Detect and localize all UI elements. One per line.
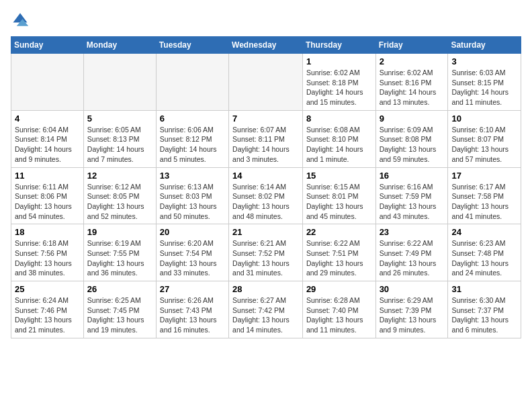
day-info: Sunrise: 6:23 AMSunset: 7:48 PMDaylight:… [451,238,517,278]
day-info: Sunrise: 6:10 AMSunset: 8:07 PMDaylight:… [451,125,517,165]
day-info: Sunrise: 6:30 AMSunset: 7:37 PMDaylight:… [451,295,517,335]
day-info: Sunrise: 6:22 AMSunset: 7:51 PMDaylight:… [306,238,372,278]
day-number: 21 [232,227,299,237]
day-number: 22 [306,227,372,237]
calendar-cell: 17Sunrise: 6:17 AMSunset: 7:58 PMDayligh… [448,167,521,224]
calendar-cell: 3Sunrise: 6:03 AMSunset: 8:15 PMDaylight… [448,54,521,111]
day-info: Sunrise: 6:19 AMSunset: 7:55 PMDaylight:… [87,238,152,278]
calendar-week-3: 11Sunrise: 6:11 AMSunset: 8:06 PMDayligh… [11,167,521,224]
day-info: Sunrise: 6:27 AMSunset: 7:42 PMDaylight:… [232,295,299,335]
day-info: Sunrise: 6:02 AMSunset: 8:18 PMDaylight:… [306,68,372,107]
day-number: 28 [232,284,299,294]
calendar-cell: 24Sunrise: 6:23 AMSunset: 7:48 PMDayligh… [448,224,521,281]
day-number: 26 [87,284,152,294]
calendar-cell: 9Sunrise: 6:09 AMSunset: 8:08 PMDaylight… [375,110,448,167]
calendar-cell: 30Sunrise: 6:29 AMSunset: 7:39 PMDayligh… [375,281,448,338]
day-info: Sunrise: 6:09 AMSunset: 8:08 PMDaylight:… [380,125,445,165]
weekday-header-wednesday: Wednesday [229,37,303,54]
day-info: Sunrise: 6:12 AMSunset: 8:05 PMDaylight:… [87,182,152,222]
calendar-cell: 6Sunrise: 6:06 AMSunset: 8:12 PMDaylight… [156,110,228,167]
day-info: Sunrise: 6:04 AMSunset: 8:14 PMDaylight:… [15,125,80,165]
day-info: Sunrise: 6:05 AMSunset: 8:13 PMDaylight:… [87,125,152,165]
calendar-cell: 28Sunrise: 6:27 AMSunset: 7:42 PMDayligh… [229,281,303,338]
calendar-week-2: 4Sunrise: 6:04 AMSunset: 8:14 PMDaylight… [11,110,521,167]
day-number: 19 [87,227,152,237]
weekday-header-sunday: Sunday [11,37,84,54]
day-number: 6 [160,113,225,124]
calendar-cell: 20Sunrise: 6:20 AMSunset: 7:54 PMDayligh… [156,224,228,281]
calendar-cell: 23Sunrise: 6:22 AMSunset: 7:49 PMDayligh… [375,224,448,281]
day-number: 12 [87,171,152,181]
day-number: 9 [380,113,445,124]
calendar-week-1: 1Sunrise: 6:02 AMSunset: 8:18 PMDaylight… [11,54,521,111]
day-info: Sunrise: 6:21 AMSunset: 7:52 PMDaylight:… [232,238,299,278]
day-info: Sunrise: 6:03 AMSunset: 8:15 PMDaylight:… [451,68,517,107]
day-info: Sunrise: 6:22 AMSunset: 7:49 PMDaylight:… [380,238,445,278]
day-info: Sunrise: 6:26 AMSunset: 7:43 PMDaylight:… [160,295,225,335]
calendar-cell: 29Sunrise: 6:28 AMSunset: 7:40 PMDayligh… [302,281,375,338]
calendar-cell [83,54,156,111]
day-info: Sunrise: 6:24 AMSunset: 7:46 PMDaylight:… [15,295,80,335]
day-info: Sunrise: 6:14 AMSunset: 8:02 PMDaylight:… [232,182,299,222]
day-number: 8 [306,113,372,124]
day-info: Sunrise: 6:08 AMSunset: 8:10 PMDaylight:… [306,125,372,165]
calendar-cell [156,54,228,111]
weekday-header-tuesday: Tuesday [156,37,228,54]
page-header [11,11,521,30]
day-info: Sunrise: 6:06 AMSunset: 8:12 PMDaylight:… [160,125,225,165]
day-number: 7 [232,113,299,124]
calendar-cell: 11Sunrise: 6:11 AMSunset: 8:06 PMDayligh… [11,167,84,224]
weekday-header-thursday: Thursday [302,37,375,54]
day-number: 29 [306,284,372,294]
calendar-cell: 21Sunrise: 6:21 AMSunset: 7:52 PMDayligh… [229,224,303,281]
day-info: Sunrise: 6:17 AMSunset: 7:58 PMDaylight:… [451,182,517,222]
calendar-cell: 26Sunrise: 6:25 AMSunset: 7:45 PMDayligh… [83,281,156,338]
day-number: 24 [451,227,517,237]
calendar-cell: 4Sunrise: 6:04 AMSunset: 8:14 PMDaylight… [11,110,84,167]
logo-icon [11,11,30,30]
weekday-header-friday: Friday [375,37,448,54]
day-info: Sunrise: 6:15 AMSunset: 8:01 PMDaylight:… [306,182,372,222]
calendar-cell [229,54,303,111]
calendar-cell: 5Sunrise: 6:05 AMSunset: 8:13 PMDaylight… [83,110,156,167]
day-number: 2 [380,56,445,66]
day-number: 11 [15,171,80,181]
day-number: 10 [451,113,517,124]
calendar-cell: 27Sunrise: 6:26 AMSunset: 7:43 PMDayligh… [156,281,228,338]
day-info: Sunrise: 6:02 AMSunset: 8:16 PMDaylight:… [380,68,445,107]
day-number: 4 [15,113,80,124]
day-number: 1 [306,56,372,66]
day-info: Sunrise: 6:11 AMSunset: 8:06 PMDaylight:… [15,182,80,222]
calendar-cell: 1Sunrise: 6:02 AMSunset: 8:18 PMDaylight… [302,54,375,111]
calendar-week-4: 18Sunrise: 6:18 AMSunset: 7:56 PMDayligh… [11,224,521,281]
day-info: Sunrise: 6:29 AMSunset: 7:39 PMDaylight:… [380,295,445,335]
day-number: 20 [160,227,225,237]
calendar-cell: 12Sunrise: 6:12 AMSunset: 8:05 PMDayligh… [83,167,156,224]
day-number: 23 [380,227,445,237]
calendar-cell: 18Sunrise: 6:18 AMSunset: 7:56 PMDayligh… [11,224,84,281]
calendar-cell: 13Sunrise: 6:13 AMSunset: 8:03 PMDayligh… [156,167,228,224]
day-info: Sunrise: 6:07 AMSunset: 8:11 PMDaylight:… [232,125,299,165]
day-number: 5 [87,113,152,124]
calendar-cell: 8Sunrise: 6:08 AMSunset: 8:10 PMDaylight… [302,110,375,167]
day-number: 17 [451,171,517,181]
calendar-cell: 10Sunrise: 6:10 AMSunset: 8:07 PMDayligh… [448,110,521,167]
day-number: 30 [380,284,445,294]
day-info: Sunrise: 6:16 AMSunset: 7:59 PMDaylight:… [380,182,445,222]
weekday-header-monday: Monday [83,37,156,54]
day-info: Sunrise: 6:20 AMSunset: 7:54 PMDaylight:… [160,238,225,278]
calendar-cell: 15Sunrise: 6:15 AMSunset: 8:01 PMDayligh… [302,167,375,224]
day-info: Sunrise: 6:25 AMSunset: 7:45 PMDaylight:… [87,295,152,335]
calendar-cell: 16Sunrise: 6:16 AMSunset: 7:59 PMDayligh… [375,167,448,224]
day-info: Sunrise: 6:28 AMSunset: 7:40 PMDaylight:… [306,295,372,335]
svg-marker-0 [13,13,28,23]
calendar-cell: 31Sunrise: 6:30 AMSunset: 7:37 PMDayligh… [448,281,521,338]
calendar-table: SundayMondayTuesdayWednesdayThursdayFrid… [11,36,521,338]
day-number: 14 [232,171,299,181]
weekday-header-saturday: Saturday [448,37,521,54]
day-number: 3 [451,56,517,66]
day-info: Sunrise: 6:18 AMSunset: 7:56 PMDaylight:… [15,238,80,278]
calendar-week-5: 25Sunrise: 6:24 AMSunset: 7:46 PMDayligh… [11,281,521,338]
day-number: 13 [160,171,225,181]
calendar-cell [11,54,84,111]
